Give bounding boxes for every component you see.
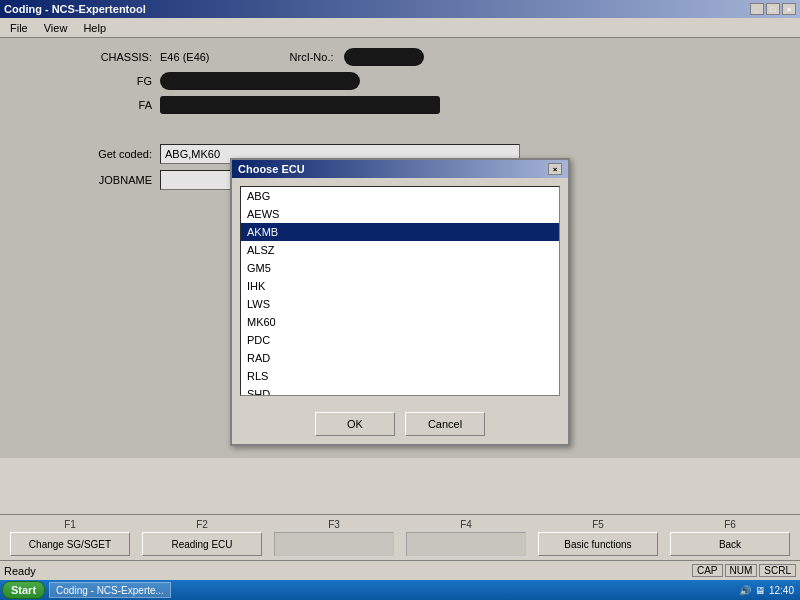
ecu-item-alsz[interactable]: ALSZ: [241, 241, 559, 259]
main-area: CHASSIS: E46 (E46) NrcI-No.: FG FA Get c…: [0, 38, 800, 458]
fkey-label-f5: F5: [538, 519, 658, 530]
ecu-item-rad[interactable]: RAD: [241, 349, 559, 367]
fkey-button-f2[interactable]: Reading ECU: [142, 532, 262, 556]
time-display: 12:40: [769, 585, 794, 596]
menu-help[interactable]: Help: [77, 20, 112, 36]
dialog-title-bar: Choose ECU ×: [232, 160, 568, 178]
fkey-label-f1: F1: [10, 519, 130, 530]
status-indicators: CAPNUMSCRL: [692, 564, 796, 577]
menu-view[interactable]: View: [38, 20, 74, 36]
ok-button[interactable]: OK: [315, 412, 395, 436]
ecu-item-rls[interactable]: RLS: [241, 367, 559, 385]
ecu-item-mk60[interactable]: MK60: [241, 313, 559, 331]
taskbar-app-item[interactable]: Coding - NCS-Experte...: [49, 582, 171, 598]
status-indicator-cap: CAP: [692, 564, 723, 577]
ecu-item-abg[interactable]: ABG: [241, 187, 559, 205]
ecu-item-lws[interactable]: LWS: [241, 295, 559, 313]
cancel-button[interactable]: Cancel: [405, 412, 485, 436]
dialog-title: Choose ECU: [238, 163, 305, 175]
start-button[interactable]: Start: [2, 581, 45, 599]
ecu-item-gm5[interactable]: GM5: [241, 259, 559, 277]
function-key-bar: F1F2F3F4F5F6 Change SG/SGETReading ECUBa…: [0, 514, 800, 560]
minimize-button[interactable]: _: [750, 3, 764, 15]
fkey-button-f5[interactable]: Basic functions: [538, 532, 658, 556]
dialog-buttons: OK Cancel: [232, 404, 568, 444]
ecu-item-ihk[interactable]: IHK: [241, 277, 559, 295]
tray-icon-sound: 🔊: [739, 585, 751, 596]
fkey-label-f4: F4: [406, 519, 526, 530]
ecu-list[interactable]: ABGAEWSAKMBALSZGM5IHKLWSMK60PDCRADRLSSHD…: [240, 186, 560, 396]
fkey-label-f6: F6: [670, 519, 790, 530]
status-text: Ready: [4, 565, 36, 577]
taskbar-right: 🔊 🖥 12:40: [739, 585, 798, 596]
dialog-close-button[interactable]: ×: [548, 163, 562, 175]
fkey-label-f3: F3: [274, 519, 394, 530]
fkey-button-f6[interactable]: Back: [670, 532, 790, 556]
dialog-content: ABGAEWSAKMBALSZGM5IHKLWSMK60PDCRADRLSSHD…: [232, 178, 568, 404]
fkey-button-f1[interactable]: Change SG/SGET: [10, 532, 130, 556]
taskbar-app-label: Coding - NCS-Experte...: [56, 585, 164, 596]
fkey-buttons-row: Change SG/SGETReading ECUBasic functions…: [0, 532, 800, 556]
maximize-button[interactable]: □: [766, 3, 780, 15]
fkey-button-f3[interactable]: [274, 532, 394, 556]
status-bar: Ready CAPNUMSCRL: [0, 560, 800, 580]
taskbar: Start Coding - NCS-Experte... 🔊 🖥 12:40: [0, 580, 800, 600]
menu-file[interactable]: File: [4, 20, 34, 36]
choose-ecu-dialog: Choose ECU × ABGAEWSAKMBALSZGM5IHKLWSMK6…: [230, 158, 570, 446]
fkey-label-f2: F2: [142, 519, 262, 530]
close-button[interactable]: ×: [782, 3, 796, 15]
ecu-item-akmb[interactable]: AKMB: [241, 223, 559, 241]
status-indicator-scrl: SCRL: [759, 564, 796, 577]
modal-overlay: Choose ECU × ABGAEWSAKMBALSZGM5IHKLWSMK6…: [0, 38, 800, 458]
ecu-item-shd[interactable]: SHD: [241, 385, 559, 396]
ecu-item-aews[interactable]: AEWS: [241, 205, 559, 223]
title-bar-buttons: _ □ ×: [750, 3, 796, 15]
fkey-labels-row: F1F2F3F4F5F6: [0, 519, 800, 530]
title-bar: Coding - NCS-Expertentool _ □ ×: [0, 0, 800, 18]
tray-icon-monitor: 🖥: [755, 585, 765, 596]
menu-bar: File View Help: [0, 18, 800, 38]
ecu-item-pdc[interactable]: PDC: [241, 331, 559, 349]
fkey-button-f4[interactable]: [406, 532, 526, 556]
window-title: Coding - NCS-Expertentool: [4, 3, 146, 15]
status-indicator-num: NUM: [725, 564, 758, 577]
